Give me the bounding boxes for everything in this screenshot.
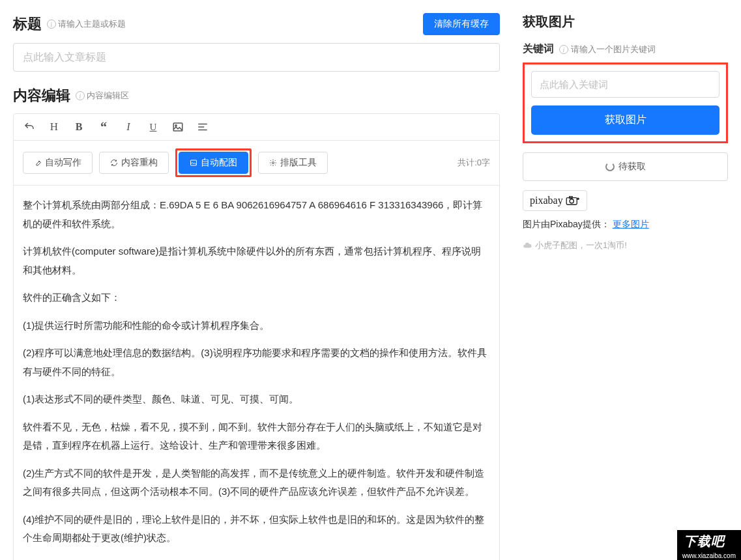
restructure-button[interactable]: 内容重构	[99, 152, 169, 174]
action-toolbar: 自动写作 内容重构 自动配图 排版工具 共计:0字	[14, 141, 499, 186]
keyword-highlight-box: 获取图片	[523, 63, 728, 143]
article-title-input[interactable]	[13, 43, 500, 72]
title-section-header: 标题 i 请输入主题或标题 清除所有缓存	[13, 13, 500, 35]
pixabay-badge: pixabay	[523, 190, 587, 211]
more-images-link[interactable]: 更多图片	[613, 219, 649, 229]
italic-icon[interactable]: I	[122, 120, 135, 133]
editor-content[interactable]: 整个计算机系统由两部分组成：E.69DA 5 E 6 BA 9062616964…	[14, 186, 499, 560]
footer-note: 小虎子配图，一次1淘币!	[523, 240, 728, 251]
get-image-title: 获取图片	[523, 13, 728, 31]
editor-label: 内容编辑 i 内容编辑区	[13, 86, 129, 105]
paragraph: 软件看不见，无色，枯燥，看不见，摸不到，闻不到。软件大部分存在于人们的头脑或纸上…	[23, 418, 490, 455]
pending-status: 待获取	[523, 152, 728, 181]
align-icon[interactable]	[196, 120, 209, 133]
paragraph: 计算机软件(computer software)是指计算机系统中除硬件以外的所有…	[23, 242, 490, 279]
info-icon: i	[76, 91, 85, 100]
layout-tool-button[interactable]: 排版工具	[258, 152, 328, 174]
editor-section-header: 内容编辑 i 内容编辑区	[13, 86, 500, 105]
title-label: 标题 i 请输入主题或标题	[13, 14, 126, 34]
auto-image-highlight: 自动配图	[175, 148, 252, 177]
camera-icon	[566, 195, 580, 206]
paragraph: (4)维护不同的硬件是旧的，理论上软件是旧的，并不坏，但实际上软件也是旧的和坏的…	[23, 511, 490, 548]
format-toolbar: H B “ I U	[14, 114, 499, 141]
auto-write-button[interactable]: 自动写作	[23, 152, 93, 174]
editor-box: H B “ I U 自动写作 内容重构	[13, 113, 500, 560]
svg-point-10	[577, 198, 579, 201]
cloud-icon	[523, 241, 532, 250]
paragraph: (2)生产方式不同的软件是开发，是人类智能的高发挥，而不是传统意义上的硬件制造。…	[23, 464, 490, 501]
image-icon[interactable]	[171, 120, 184, 133]
underline-icon[interactable]: U	[147, 120, 160, 133]
auto-image-button[interactable]: 自动配图	[179, 152, 248, 174]
undo-icon[interactable]	[23, 120, 36, 133]
info-icon: i	[559, 45, 568, 54]
keyword-input[interactable]	[531, 71, 719, 98]
bold-icon[interactable]: B	[72, 120, 85, 133]
credit-line: 图片由Pixabay提供： 更多图片	[523, 219, 728, 231]
info-icon: i	[47, 20, 56, 29]
svg-point-6	[272, 162, 274, 164]
paragraph: (2)程序可以满意地处理信息的数据结构。(3)说明程序功能要求和程序需要的文档的…	[23, 344, 490, 381]
quote-icon[interactable]: “	[97, 120, 110, 133]
paragraph: (1)提供运行时所需功能和性能的命令或计算机程序集合。	[23, 316, 490, 335]
paragraph: (1)表达形式不同的硬件类型、颜色、味道、可见、可摸、可闻。	[23, 390, 490, 409]
keyword-hint: i 请输入一个图片关键词	[559, 44, 656, 55]
title-hint: i 请输入主题或标题	[47, 18, 126, 30]
svg-point-1	[175, 125, 177, 126]
watermark: 下载吧 www.xiazaiba.com	[677, 530, 741, 560]
keyword-label: 关键词 i 请输入一个图片关键词	[523, 42, 728, 56]
heading-icon[interactable]: H	[48, 120, 61, 133]
fetch-image-button[interactable]: 获取图片	[531, 105, 719, 135]
spinner-icon	[605, 162, 615, 171]
paragraph: 整个计算机系统由两部分组成：E.69DA 5 E 6 BA 9062616964…	[23, 196, 490, 233]
editor-hint: i 内容编辑区	[76, 90, 129, 102]
paragraph: 软件的正确含义如下：	[23, 288, 490, 307]
clear-cache-button[interactable]: 清除所有缓存	[423, 13, 500, 35]
svg-point-8	[570, 199, 574, 203]
word-count: 共计:0字	[458, 157, 490, 169]
